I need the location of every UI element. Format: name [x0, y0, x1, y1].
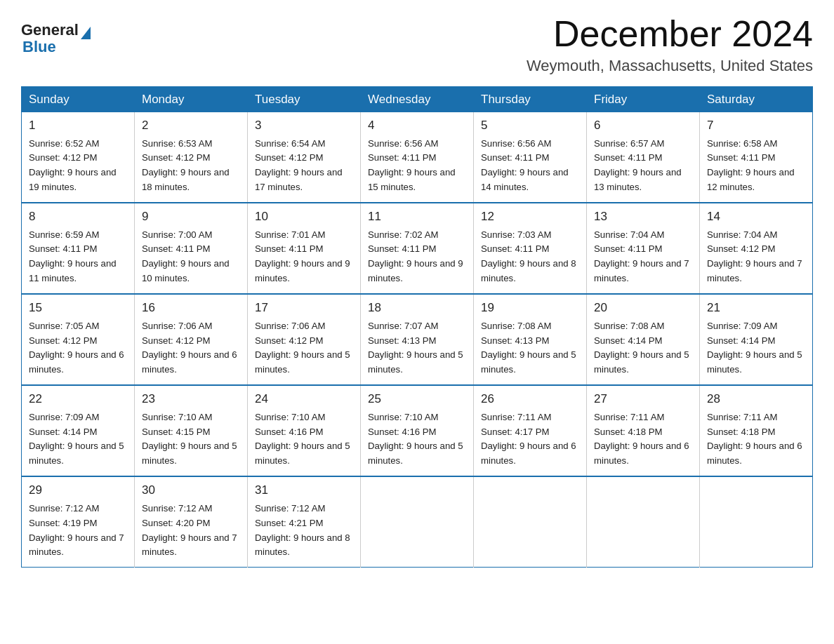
day-number: 19 — [481, 299, 579, 317]
calendar-day-cell: 26Sunrise: 7:11 AMSunset: 4:17 PMDayligh… — [474, 385, 587, 476]
day-info: Sunrise: 7:04 AMSunset: 4:11 PMDaylight:… — [594, 229, 689, 284]
calendar-day-cell: 9Sunrise: 7:00 AMSunset: 4:11 PMDaylight… — [135, 203, 248, 294]
day-info: Sunrise: 7:11 AMSunset: 4:18 PMDaylight:… — [594, 412, 689, 467]
day-number: 20 — [594, 299, 692, 317]
calendar-day-cell: 2Sunrise: 6:53 AMSunset: 4:12 PMDaylight… — [135, 112, 248, 203]
calendar-week-row: 29Sunrise: 7:12 AMSunset: 4:19 PMDayligh… — [22, 476, 813, 568]
calendar-day-cell: 20Sunrise: 7:08 AMSunset: 4:14 PMDayligh… — [587, 294, 700, 385]
day-info: Sunrise: 7:01 AMSunset: 4:11 PMDaylight:… — [255, 229, 350, 284]
calendar-header-sunday: Sunday — [22, 87, 135, 113]
day-info: Sunrise: 7:09 AMSunset: 4:14 PMDaylight:… — [29, 412, 124, 467]
calendar-day-cell: 29Sunrise: 7:12 AMSunset: 4:19 PMDayligh… — [22, 476, 135, 568]
day-info: Sunrise: 7:06 AMSunset: 4:12 PMDaylight:… — [255, 321, 350, 375]
logo-blue-text: Blue — [22, 38, 56, 56]
calendar-day-cell: 21Sunrise: 7:09 AMSunset: 4:14 PMDayligh… — [700, 294, 813, 385]
calendar-day-cell: 7Sunrise: 6:58 AMSunset: 4:11 PMDaylight… — [700, 112, 813, 203]
calendar-header-thursday: Thursday — [474, 87, 587, 113]
day-number: 23 — [142, 390, 240, 408]
calendar-day-cell — [587, 476, 700, 568]
calendar-day-cell: 17Sunrise: 7:06 AMSunset: 4:12 PMDayligh… — [248, 294, 361, 385]
day-info: Sunrise: 7:06 AMSunset: 4:12 PMDaylight:… — [142, 321, 237, 375]
day-number: 10 — [255, 208, 353, 226]
calendar-day-cell: 24Sunrise: 7:10 AMSunset: 4:16 PMDayligh… — [248, 385, 361, 476]
logo: General Blue — [21, 21, 91, 56]
day-info: Sunrise: 7:12 AMSunset: 4:20 PMDaylight:… — [142, 503, 237, 558]
calendar-day-cell: 23Sunrise: 7:10 AMSunset: 4:15 PMDayligh… — [135, 385, 248, 476]
logo-triangle-icon — [81, 27, 91, 39]
calendar-header-row: SundayMondayTuesdayWednesdayThursdayFrid… — [22, 87, 813, 113]
calendar-day-cell: 13Sunrise: 7:04 AMSunset: 4:11 PMDayligh… — [587, 203, 700, 294]
title-area: December 2024 Weymouth, Massachusetts, U… — [527, 14, 813, 75]
day-info: Sunrise: 6:54 AMSunset: 4:12 PMDaylight:… — [255, 138, 343, 193]
calendar-day-cell: 30Sunrise: 7:12 AMSunset: 4:20 PMDayligh… — [135, 476, 248, 568]
calendar-week-row: 8Sunrise: 6:59 AMSunset: 4:11 PMDaylight… — [22, 203, 813, 294]
day-number: 16 — [142, 299, 240, 317]
day-number: 9 — [142, 208, 240, 226]
day-number: 24 — [255, 390, 353, 408]
day-number: 8 — [29, 208, 127, 226]
day-number: 4 — [368, 116, 466, 135]
day-info: Sunrise: 6:56 AMSunset: 4:11 PMDaylight:… — [368, 138, 456, 193]
day-number: 5 — [481, 116, 579, 135]
day-number: 14 — [707, 208, 805, 226]
day-info: Sunrise: 7:02 AMSunset: 4:11 PMDaylight:… — [368, 229, 463, 284]
day-info: Sunrise: 7:03 AMSunset: 4:11 PMDaylight:… — [481, 229, 576, 284]
calendar-day-cell: 16Sunrise: 7:06 AMSunset: 4:12 PMDayligh… — [135, 294, 248, 385]
day-info: Sunrise: 6:59 AMSunset: 4:11 PMDaylight:… — [29, 229, 117, 284]
day-info: Sunrise: 6:57 AMSunset: 4:11 PMDaylight:… — [594, 138, 682, 193]
day-info: Sunrise: 7:08 AMSunset: 4:14 PMDaylight:… — [594, 321, 689, 375]
day-number: 13 — [594, 208, 692, 226]
day-info: Sunrise: 7:07 AMSunset: 4:13 PMDaylight:… — [368, 321, 463, 375]
calendar-header-wednesday: Wednesday — [361, 87, 474, 113]
calendar-day-cell: 15Sunrise: 7:05 AMSunset: 4:12 PMDayligh… — [22, 294, 135, 385]
day-info: Sunrise: 7:12 AMSunset: 4:21 PMDaylight:… — [255, 503, 350, 558]
day-info: Sunrise: 6:58 AMSunset: 4:11 PMDaylight:… — [707, 138, 795, 193]
calendar-header-saturday: Saturday — [700, 87, 813, 113]
calendar-table: SundayMondayTuesdayWednesdayThursdayFrid… — [21, 86, 813, 568]
calendar-day-cell: 12Sunrise: 7:03 AMSunset: 4:11 PMDayligh… — [474, 203, 587, 294]
calendar-header-tuesday: Tuesday — [248, 87, 361, 113]
calendar-day-cell: 3Sunrise: 6:54 AMSunset: 4:12 PMDaylight… — [248, 112, 361, 203]
calendar-day-cell: 19Sunrise: 7:08 AMSunset: 4:13 PMDayligh… — [474, 294, 587, 385]
calendar-week-row: 1Sunrise: 6:52 AMSunset: 4:12 PMDaylight… — [22, 112, 813, 203]
subtitle: Weymouth, Massachusetts, United States — [527, 57, 813, 75]
day-number: 27 — [594, 390, 692, 408]
day-info: Sunrise: 7:05 AMSunset: 4:12 PMDaylight:… — [29, 321, 124, 375]
calendar-day-cell: 31Sunrise: 7:12 AMSunset: 4:21 PMDayligh… — [248, 476, 361, 568]
day-info: Sunrise: 7:12 AMSunset: 4:19 PMDaylight:… — [29, 503, 124, 558]
calendar-day-cell: 28Sunrise: 7:11 AMSunset: 4:18 PMDayligh… — [700, 385, 813, 476]
calendar-day-cell — [361, 476, 474, 568]
day-number: 21 — [707, 299, 805, 317]
calendar-day-cell: 6Sunrise: 6:57 AMSunset: 4:11 PMDaylight… — [587, 112, 700, 203]
day-number: 18 — [368, 299, 466, 317]
logo-general-text: General — [21, 21, 79, 39]
day-number: 12 — [481, 208, 579, 226]
day-number: 15 — [29, 299, 127, 317]
day-number: 1 — [29, 116, 127, 135]
calendar-day-cell: 22Sunrise: 7:09 AMSunset: 4:14 PMDayligh… — [22, 385, 135, 476]
day-info: Sunrise: 6:53 AMSunset: 4:12 PMDaylight:… — [142, 138, 230, 193]
day-number: 17 — [255, 299, 353, 317]
day-info: Sunrise: 7:10 AMSunset: 4:16 PMDaylight:… — [255, 412, 350, 467]
calendar-day-cell: 5Sunrise: 6:56 AMSunset: 4:11 PMDaylight… — [474, 112, 587, 203]
calendar-header-monday: Monday — [135, 87, 248, 113]
main-title: December 2024 — [527, 14, 813, 54]
day-number: 7 — [707, 116, 805, 135]
day-number: 26 — [481, 390, 579, 408]
calendar-day-cell: 11Sunrise: 7:02 AMSunset: 4:11 PMDayligh… — [361, 203, 474, 294]
day-info: Sunrise: 6:56 AMSunset: 4:11 PMDaylight:… — [481, 138, 569, 193]
day-number: 31 — [255, 481, 353, 499]
calendar-day-cell — [700, 476, 813, 568]
day-info: Sunrise: 6:52 AMSunset: 4:12 PMDaylight:… — [29, 138, 117, 193]
day-number: 25 — [368, 390, 466, 408]
day-info: Sunrise: 7:08 AMSunset: 4:13 PMDaylight:… — [481, 321, 576, 375]
day-info: Sunrise: 7:10 AMSunset: 4:15 PMDaylight:… — [142, 412, 237, 467]
calendar-day-cell: 1Sunrise: 6:52 AMSunset: 4:12 PMDaylight… — [22, 112, 135, 203]
day-number: 3 — [255, 116, 353, 135]
day-number: 28 — [707, 390, 805, 408]
calendar-day-cell: 18Sunrise: 7:07 AMSunset: 4:13 PMDayligh… — [361, 294, 474, 385]
calendar-day-cell: 10Sunrise: 7:01 AMSunset: 4:11 PMDayligh… — [248, 203, 361, 294]
day-info: Sunrise: 7:09 AMSunset: 4:14 PMDaylight:… — [707, 321, 802, 375]
day-number: 30 — [142, 481, 240, 499]
day-info: Sunrise: 7:10 AMSunset: 4:16 PMDaylight:… — [368, 412, 463, 467]
